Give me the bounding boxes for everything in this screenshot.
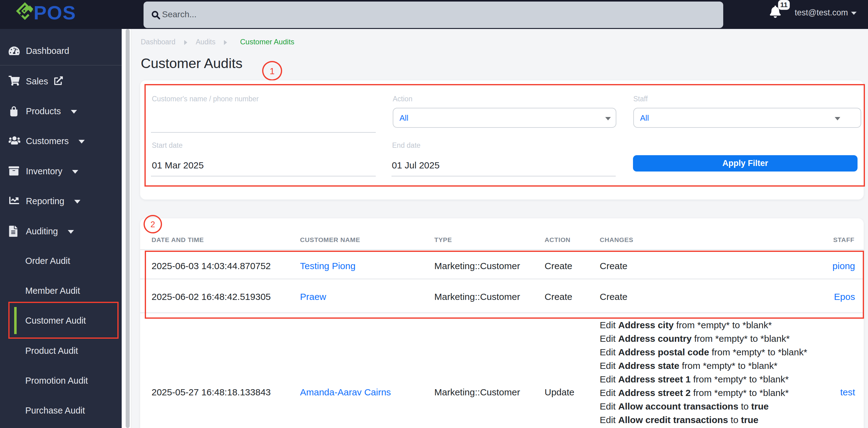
svg-text:POS: POS	[34, 2, 76, 23]
